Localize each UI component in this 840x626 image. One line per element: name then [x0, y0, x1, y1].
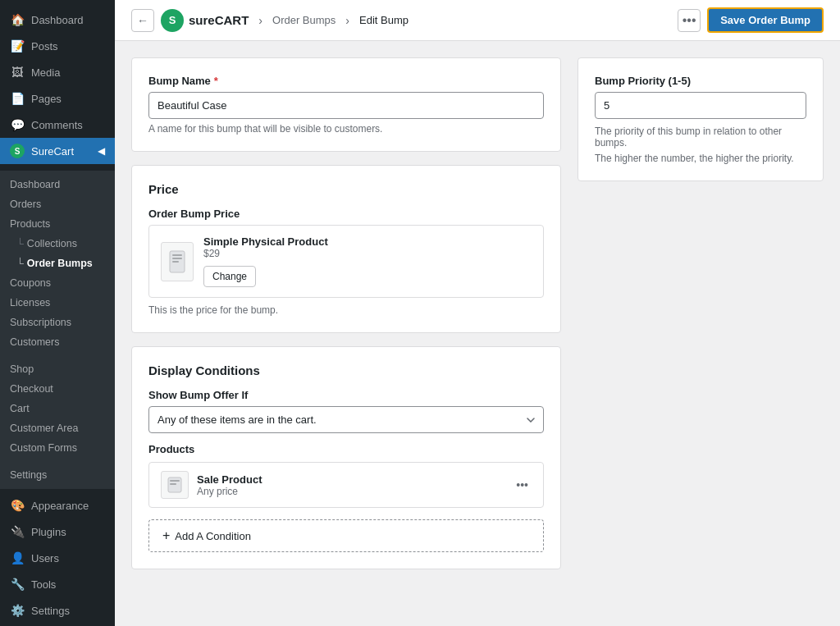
- product-row-more-button[interactable]: •••: [513, 475, 532, 495]
- bump-name-input[interactable]: [148, 92, 544, 119]
- sidebar-item-customer-area[interactable]: Customer Area: [0, 418, 115, 438]
- condition-product-sub: Any price: [197, 486, 504, 497]
- order-bump-price-label: Order Bump Price: [148, 208, 544, 220]
- display-conditions-section: Display Conditions Show Bump Offer If An…: [131, 346, 561, 569]
- sidebar-item-label: Appearance: [31, 500, 89, 512]
- sidebar-item-label: Pages: [31, 93, 62, 105]
- back-button[interactable]: ←: [131, 9, 154, 32]
- side-column: Bump Priority (1-5) The priority of this…: [578, 57, 824, 181]
- sidebar: 🏠 Dashboard 📝 Posts 🖼 Media 📄 Pages 💬 Co…: [0, 0, 115, 626]
- svg-rect-5: [170, 480, 180, 482]
- price-title: Price: [148, 182, 544, 196]
- settings-icon: ⚙️: [10, 603, 25, 618]
- topbar: ← S sureCART › Order Bumps › Edit Bump •…: [115, 0, 840, 41]
- save-order-bump-button[interactable]: Save Order Bump: [707, 7, 824, 33]
- sidebar-item-surecart[interactable]: S SureCart ◀: [0, 138, 115, 164]
- required-indicator: *: [214, 75, 218, 87]
- sidebar-item-sc-collections[interactable]: └Collections: [0, 234, 115, 254]
- product-thumbnail: [161, 242, 194, 281]
- show-bump-select[interactable]: Any of these items are in the cart. All …: [148, 406, 544, 433]
- sidebar-item-custom-forms[interactable]: Custom Forms: [0, 438, 115, 458]
- sidebar-item-sc-coupons[interactable]: Coupons: [0, 273, 115, 293]
- surecart-logo: S sureCART: [161, 9, 249, 32]
- sidebar-item-label: Comments: [31, 119, 83, 131]
- sidebar-item-sc-subscriptions[interactable]: Subscriptions: [0, 313, 115, 332]
- sidebar-item-sc-settings[interactable]: Settings: [0, 465, 115, 485]
- shop-menu: Shop Checkout Cart Customer Area Custom …: [0, 355, 115, 461]
- add-condition-label: Add A Condition: [175, 530, 251, 542]
- breadcrumb-order-bumps[interactable]: Order Bumps: [272, 14, 336, 26]
- main-area: ← S sureCART › Order Bumps › Edit Bump •…: [115, 0, 840, 626]
- sidebar-item-posts[interactable]: 📝 Posts: [0, 33, 115, 59]
- add-condition-button[interactable]: + Add A Condition: [148, 519, 544, 552]
- sidebar-item-users[interactable]: 👤 Users: [0, 545, 115, 571]
- appearance-icon: 🎨: [10, 498, 25, 513]
- bump-name-card: Bump Name * A name for this bump that wi…: [131, 57, 561, 152]
- show-bump-label: Show Bump Offer If: [148, 389, 544, 401]
- sidebar-item-label: Dashboard: [31, 14, 84, 26]
- chevron-icon: ◀: [98, 145, 105, 157]
- product-name: Simple Physical Product: [203, 235, 532, 248]
- sidebar-item-label: Settings: [31, 605, 70, 617]
- sc-settings-menu: Settings: [0, 461, 115, 488]
- sidebar-item-checkout[interactable]: Checkout: [0, 379, 115, 399]
- svg-rect-3: [172, 261, 179, 263]
- sidebar-item-sc-order-bumps[interactable]: └Order Bumps: [0, 254, 115, 273]
- surecart-icon: S: [10, 144, 25, 158]
- sidebar-item-media[interactable]: 🖼 Media: [0, 59, 115, 85]
- breadcrumb-sep-1: ›: [258, 14, 262, 27]
- comments-icon: 💬: [10, 117, 25, 132]
- product-info: Simple Physical Product $29 Change: [203, 235, 532, 287]
- condition-product-name: Sale Product: [197, 473, 504, 486]
- sidebar-item-sc-dashboard[interactable]: Dashboard: [0, 175, 115, 194]
- posts-icon: 📝: [10, 39, 25, 53]
- users-icon: 👤: [10, 551, 25, 565]
- price-hint: This is the price for the bump.: [148, 304, 544, 316]
- priority-input[interactable]: [595, 92, 806, 119]
- tools-icon: 🔧: [10, 577, 25, 592]
- sidebar-item-label: SureCart: [31, 145, 74, 158]
- priority-label: Bump Priority (1-5): [595, 75, 806, 87]
- products-label: Products: [148, 443, 544, 455]
- svg-rect-2: [172, 258, 182, 259]
- sidebar-item-sc-products[interactable]: Products: [0, 214, 115, 234]
- condition-product-row: Sale Product Any price •••: [148, 462, 544, 508]
- topbar-right: ••• Save Order Bump: [678, 7, 824, 33]
- sidebar-item-dashboard[interactable]: 🏠 Dashboard: [0, 7, 115, 33]
- sidebar-item-tools[interactable]: 🔧 Tools: [0, 571, 115, 597]
- sidebar-item-comments[interactable]: 💬 Comments: [0, 112, 115, 138]
- breadcrumb-sep-2: ›: [345, 14, 349, 27]
- priority-hint2: The higher the number, the higher the pr…: [595, 153, 806, 164]
- sidebar-item-wp-settings[interactable]: ⚙️ Settings: [0, 597, 115, 624]
- sidebar-item-plugins[interactable]: 🔌 Plugins: [0, 519, 115, 545]
- priority-hint1: The priority of this bump in relation to…: [595, 126, 806, 149]
- sidebar-item-appearance[interactable]: 🎨 Appearance: [0, 492, 115, 519]
- add-condition-plus-icon: +: [162, 528, 170, 543]
- svg-rect-6: [170, 483, 176, 485]
- sidebar-item-cart[interactable]: Cart: [0, 399, 115, 418]
- pages-icon: 📄: [10, 91, 25, 106]
- main-column: Bump Name * A name for this bump that wi…: [131, 57, 561, 569]
- change-product-button[interactable]: Change: [203, 266, 256, 287]
- more-options-button[interactable]: •••: [678, 9, 701, 32]
- svg-rect-1: [172, 254, 182, 256]
- sidebar-item-pages[interactable]: 📄 Pages: [0, 85, 115, 112]
- sidebar-item-label: Plugins: [31, 526, 66, 538]
- sidebar-item-label: Users: [31, 552, 59, 564]
- sidebar-item-sc-licenses[interactable]: Licenses: [0, 293, 115, 313]
- breadcrumb-edit-bump: Edit Bump: [359, 14, 409, 26]
- sidebar-item-label: Posts: [31, 40, 58, 53]
- plugins-icon: 🔌: [10, 524, 25, 539]
- logo-icon: S: [161, 9, 184, 32]
- wp-menu: 🏠 Dashboard 📝 Posts 🖼 Media 📄 Pages 💬 Co…: [0, 0, 115, 171]
- display-conditions-title: Display Conditions: [148, 363, 544, 377]
- price-section: Price Order Bump Price Simple Physical P…: [131, 165, 561, 333]
- sidebar-item-shop[interactable]: Shop: [0, 359, 115, 379]
- bump-name-label: Bump Name *: [148, 75, 544, 87]
- topbar-left: ← S sureCART › Order Bumps › Edit Bump: [131, 9, 409, 32]
- sidebar-item-sc-customers[interactable]: Customers: [0, 332, 115, 352]
- dashboard-icon: 🏠: [10, 12, 25, 27]
- condition-product-thumbnail: [161, 471, 189, 499]
- sidebar-item-sc-orders[interactable]: Orders: [0, 194, 115, 214]
- wp-bottom-menu: 🎨 Appearance 🔌 Plugins 👤 Users 🔧 Tools ⚙…: [0, 488, 115, 626]
